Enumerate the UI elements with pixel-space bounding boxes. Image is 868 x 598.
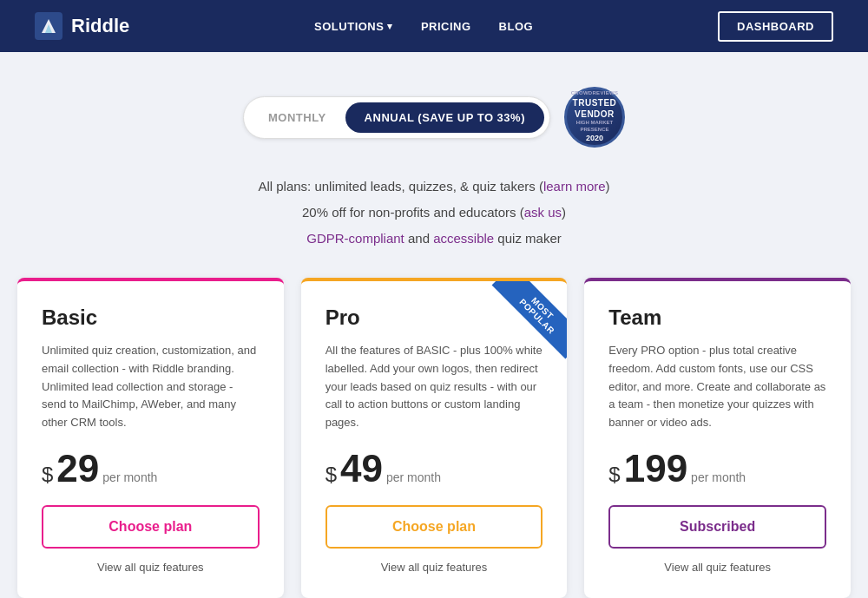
navbar: Riddle Solutions Pricing Blog Dashboard	[0, 0, 868, 52]
price-dollar-basic: $	[42, 463, 53, 487]
gdpr-link[interactable]: GDPR-compliant	[306, 231, 404, 246]
logo-icon	[35, 12, 62, 40]
price-dollar-pro: $	[326, 463, 337, 487]
monthly-toggle[interactable]: Monthly	[249, 102, 345, 133]
plan-team-desc: Every PRO option - plus total creative f…	[608, 342, 826, 432]
subscribed-button[interactable]: Subscribed	[608, 505, 826, 549]
nav-links: Solutions Pricing Blog	[314, 20, 533, 33]
main-content: Monthly Annual (Save up to 33%) CROWDREV…	[0, 52, 868, 598]
plan-pro-desc: All the features of BASIC - plus 100% wh…	[326, 342, 543, 432]
logo: Riddle	[35, 12, 129, 40]
plan-pro-title: Pro	[326, 306, 543, 330]
dashboard-button[interactable]: Dashboard	[718, 11, 833, 42]
plan-card-basic: Basic Unlimited quiz creation, customiza…	[17, 278, 284, 598]
gdpr-text: GDPR-compliant and accessible quiz maker	[17, 226, 851, 252]
price-amount-basic: 29	[56, 450, 99, 488]
price-amount-pro: 49	[340, 450, 383, 488]
price-dollar-team: $	[608, 463, 620, 487]
billing-toggle: Monthly Annual (Save up to 33%) CROWDREV…	[17, 87, 851, 148]
price-period-team: per month	[691, 470, 746, 484]
choose-plan-pro[interactable]: Choose plan	[326, 505, 543, 549]
nav-pricing[interactable]: Pricing	[421, 20, 471, 33]
view-features-pro[interactable]: View all quiz features	[326, 561, 543, 574]
pricing-grid: Basic Unlimited quiz creation, customiza…	[17, 278, 851, 598]
choose-plan-basic[interactable]: Choose plan	[42, 505, 260, 549]
plan-team-price: $ 199 per month	[608, 450, 826, 488]
info-section: All plans: unlimited leads, quizzes, & q…	[17, 174, 851, 252]
view-features-basic[interactable]: View all quiz features	[42, 561, 260, 574]
plan-basic-price: $ 29 per month	[42, 450, 260, 488]
nav-blog[interactable]: Blog	[499, 20, 534, 33]
price-amount-team: 199	[624, 450, 687, 488]
vendor-crowdreviews: CROWDREVIEWS	[571, 90, 619, 97]
vendor-vendor: VENDOR	[575, 108, 615, 120]
nonprofit-text: 20% off for non-profits and educators (a…	[17, 200, 851, 226]
toggle-group: Monthly Annual (Save up to 33%)	[243, 96, 550, 139]
vendor-trusted: TRUSTED	[573, 97, 617, 108]
plan-card-pro: Most Popular Pro All the features of BAS…	[301, 278, 568, 598]
unlimited-text: All plans: unlimited leads, quizzes, & q…	[17, 174, 851, 200]
ask-us-link[interactable]: ask us	[524, 205, 562, 220]
view-features-team[interactable]: View all quiz features	[608, 561, 826, 574]
nav-solutions[interactable]: Solutions	[314, 20, 393, 33]
vendor-year: 2020	[586, 134, 603, 144]
trusted-vendor-badge: CROWDREVIEWS TRUSTED VENDOR HIGH MARKET …	[564, 87, 625, 148]
plan-basic-title: Basic	[42, 306, 260, 330]
plan-team-title: Team	[608, 306, 826, 330]
accessible-link[interactable]: accessible	[433, 231, 494, 246]
price-period-basic: per month	[102, 470, 157, 484]
plan-pro-price: $ 49 per month	[326, 450, 543, 488]
logo-text: Riddle	[71, 15, 129, 37]
learn-more-link[interactable]: learn more	[543, 179, 606, 194]
plan-card-team: Team Every PRO option - plus total creat…	[584, 278, 851, 598]
annual-toggle[interactable]: Annual (Save up to 33%)	[345, 102, 544, 133]
price-period-pro: per month	[386, 470, 441, 484]
vendor-market: HIGH MARKET PRESENCE	[567, 120, 622, 134]
plan-basic-desc: Unlimited quiz creation, customization, …	[42, 342, 260, 432]
